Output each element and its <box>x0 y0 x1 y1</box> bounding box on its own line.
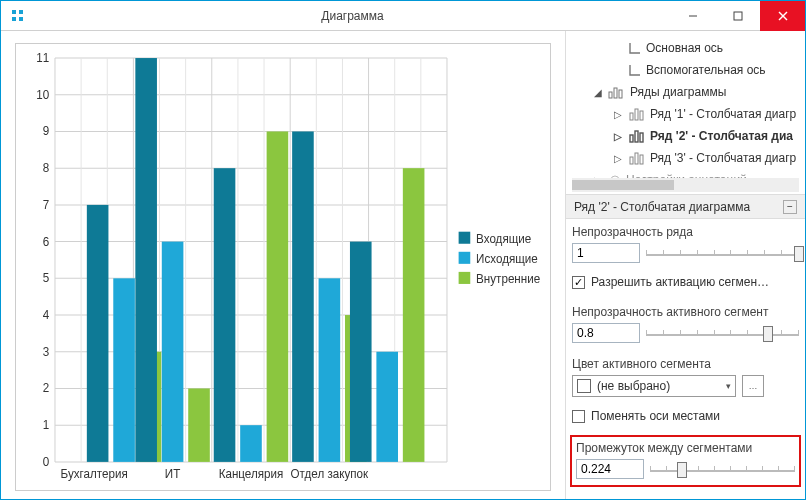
svg-rect-55 <box>319 278 341 462</box>
svg-rect-72 <box>614 88 617 98</box>
svg-rect-45 <box>113 278 135 462</box>
tree-horizontal-scrollbar[interactable] <box>572 178 799 192</box>
svg-rect-58 <box>350 242 372 462</box>
tree-item-secondary-axis[interactable]: Вспомогательная ось <box>572 59 805 81</box>
axis-icon <box>628 41 642 55</box>
active-opacity-label: Непрозрачность активного сегмент <box>572 305 799 319</box>
swap-axes-label: Поменять оси местами <box>591 409 720 423</box>
opacity-input[interactable] <box>572 243 640 263</box>
svg-text:4: 4 <box>43 308 50 322</box>
tree-toggle-icon[interactable]: ◢ <box>592 87 604 98</box>
allow-activation-label: Разрешить активацию сегмен… <box>591 275 769 289</box>
svg-text:11: 11 <box>36 51 49 65</box>
svg-rect-48 <box>162 242 184 462</box>
app-icon <box>1 1 35 31</box>
svg-rect-67 <box>459 252 471 264</box>
tree-panel[interactable]: Основная ось Вспомогательная ось ◢ Ряды … <box>566 31 805 195</box>
svg-text:2: 2 <box>43 381 49 395</box>
svg-rect-74 <box>630 113 633 120</box>
svg-rect-59 <box>376 352 398 462</box>
svg-rect-80 <box>630 157 633 164</box>
tree-item-series-2[interactable]: ▷ Ряд '2' - Столбчатая диа <box>572 125 805 147</box>
svg-text:Бухгалтерия: Бухгалтерия <box>61 467 128 481</box>
collapse-button[interactable]: − <box>783 200 797 214</box>
active-opacity-slider[interactable] <box>646 324 799 342</box>
svg-text:Входящие: Входящие <box>476 232 532 246</box>
svg-rect-82 <box>640 155 643 164</box>
tree-toggle-icon[interactable]: ▷ <box>612 109 624 120</box>
color-more-button[interactable]: … <box>742 375 764 397</box>
opacity-label: Непрозрачность ряда <box>572 225 799 239</box>
svg-text:7: 7 <box>43 198 49 212</box>
svg-rect-65 <box>459 232 471 244</box>
ellipsis-icon: … <box>749 381 758 391</box>
tree-item-label: Ряд '3' - Столбчатая диагр <box>650 151 796 165</box>
gap-property-highlighted: Промежуток между сегментами <box>570 435 801 487</box>
section-title: Ряд '2' - Столбчатая диаграмма <box>574 200 750 214</box>
svg-rect-76 <box>640 111 643 120</box>
bar-series-icon <box>628 129 646 143</box>
maximize-button[interactable] <box>715 1 760 31</box>
svg-rect-77 <box>630 135 633 142</box>
tree-item-label: Ряды диаграммы <box>630 85 726 99</box>
axis-icon <box>628 63 642 77</box>
svg-text:5: 5 <box>43 271 50 285</box>
svg-rect-71 <box>609 92 612 98</box>
svg-text:3: 3 <box>43 345 50 359</box>
gap-input[interactable] <box>576 459 644 479</box>
svg-text:Канцелярия: Канцелярия <box>219 467 284 481</box>
svg-rect-49 <box>188 388 210 461</box>
svg-rect-54 <box>292 131 314 461</box>
svg-text:ИТ: ИТ <box>165 467 180 481</box>
tree-item-series-3[interactable]: ▷ Ряд '3' - Столбчатая диагр <box>572 147 805 169</box>
tree-item-series-group[interactable]: ◢ Ряды диаграммы <box>572 81 805 103</box>
opacity-slider[interactable] <box>646 244 799 262</box>
svg-text:Внутренние: Внутренние <box>476 272 541 286</box>
svg-rect-50 <box>214 168 236 462</box>
svg-text:9: 9 <box>43 124 50 138</box>
tree-item-main-axis[interactable]: Основная ось <box>572 37 805 59</box>
tree-item-series-1[interactable]: ▷ Ряд '1' - Столбчатая диагр <box>572 103 805 125</box>
active-opacity-input[interactable] <box>572 323 640 343</box>
svg-text:10: 10 <box>36 88 49 102</box>
svg-text:Исходящие: Исходящие <box>476 252 538 266</box>
svg-text:1: 1 <box>43 418 50 432</box>
active-color-value: (не выбрано) <box>597 379 670 393</box>
svg-rect-44 <box>87 205 109 462</box>
chevron-down-icon: ▾ <box>726 381 731 391</box>
svg-rect-52 <box>267 131 289 461</box>
tree-toggle-icon[interactable]: ▷ <box>612 131 624 142</box>
swap-axes-checkbox[interactable] <box>572 410 585 423</box>
active-color-dropdown[interactable]: (не выбрано) ▾ <box>572 375 736 397</box>
svg-rect-47 <box>135 58 157 462</box>
svg-rect-69 <box>459 272 471 284</box>
svg-text:Отдел закупок: Отдел закупок <box>291 467 369 481</box>
tree-item-label: Ряд '1' - Столбчатая диагр <box>650 107 796 121</box>
gap-slider[interactable] <box>650 460 795 478</box>
allow-activation-checkbox[interactable] <box>572 276 585 289</box>
svg-rect-81 <box>635 153 638 164</box>
svg-text:6: 6 <box>43 234 50 248</box>
window-title: Диаграмма <box>35 9 670 23</box>
svg-rect-1 <box>734 12 742 20</box>
tree-item-label: Вспомогательная ось <box>646 63 766 77</box>
chart-container: 01234567891011БухгалтерияИТКанцелярияОтд… <box>15 43 551 491</box>
svg-rect-73 <box>619 90 622 98</box>
bar-series-icon <box>628 107 646 121</box>
series-group-icon <box>608 85 626 99</box>
gap-label: Промежуток между сегментами <box>576 441 795 455</box>
bar-series-icon <box>628 151 646 165</box>
svg-rect-51 <box>240 425 262 462</box>
tree-toggle-icon[interactable]: ▷ <box>612 153 624 164</box>
tree-item-label: Ряд '2' - Столбчатая диа <box>650 129 793 143</box>
bar-chart: 01234567891011БухгалтерияИТКанцелярияОтд… <box>22 50 544 484</box>
active-color-label: Цвет активного сегмента <box>572 357 799 371</box>
svg-rect-60 <box>403 168 425 462</box>
tree-item-label: Основная ось <box>646 41 723 55</box>
svg-text:8: 8 <box>43 161 50 175</box>
svg-rect-78 <box>635 131 638 142</box>
svg-rect-79 <box>640 133 643 142</box>
minimize-button[interactable] <box>670 1 715 31</box>
close-button[interactable] <box>760 1 805 31</box>
svg-rect-75 <box>635 109 638 120</box>
